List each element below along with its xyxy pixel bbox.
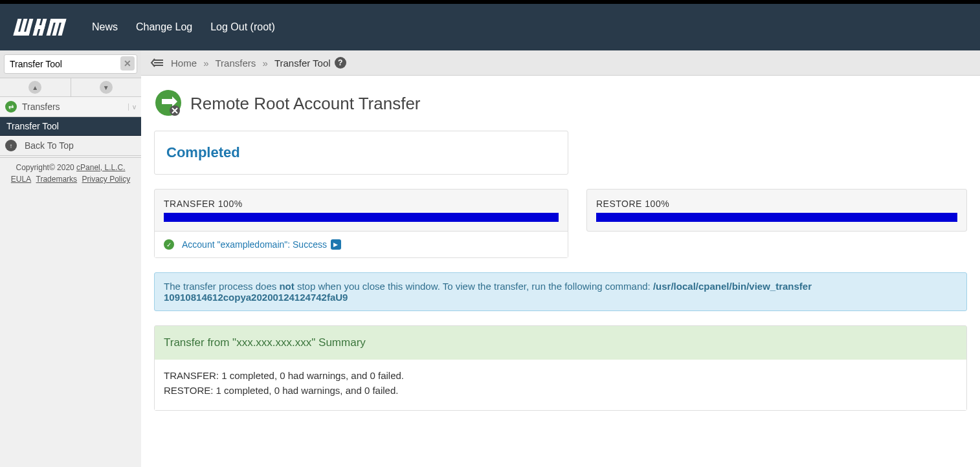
breadcrumb-transfers[interactable]: Transfers: [215, 58, 256, 69]
breadcrumb-bar: Home » Transfers » Transfer Tool ?: [141, 50, 980, 76]
restore-progress-panel: RESTORE 100%: [586, 189, 967, 232]
svg-rect-10: [50, 19, 67, 23]
status-panel: Completed: [154, 131, 568, 175]
back-to-top-label: Back To Top: [25, 140, 74, 151]
nav-news[interactable]: News: [92, 21, 118, 33]
header: News Change Log Log Out (root): [0, 4, 980, 50]
whm-logo[interactable]: [12, 17, 76, 37]
trademarks-link[interactable]: Trademarks: [36, 175, 78, 184]
breadcrumb-current: Transfer Tool: [274, 58, 331, 69]
breadcrumb-home[interactable]: Home: [171, 58, 197, 69]
transfer-result-link[interactable]: Account "exampledomain": Success: [182, 239, 327, 250]
transfers-section-icon: ⇄: [5, 101, 17, 113]
info-alert: The transfer process does not stop when …: [154, 272, 967, 311]
clear-search-icon[interactable]: ✕: [120, 56, 135, 71]
sidebar-section-transfers[interactable]: ⇄ Transfers v: [0, 97, 141, 117]
svg-rect-6: [34, 25, 45, 29]
transfer-page-icon: [154, 89, 183, 119]
collapse-down-button[interactable]: ▼: [71, 78, 142, 96]
eula-link[interactable]: EULA: [11, 175, 31, 184]
collapse-up-button[interactable]: ▲: [0, 78, 71, 96]
svg-rect-3: [13, 32, 30, 36]
restore-progress-label: RESTORE 100%: [596, 199, 669, 209]
transfer-progress-label: TRANSFER 100%: [164, 199, 243, 209]
help-icon[interactable]: ?: [335, 57, 346, 69]
summary-restore-line: RESTORE: 1 completed, 0 had warnings, an…: [164, 385, 957, 396]
cpanel-link[interactable]: cPanel, L.L.C.: [76, 163, 125, 172]
success-check-icon: ✓: [164, 239, 174, 250]
copyright: Copyright© 2020 cPanel, L.L.C.: [0, 157, 141, 175]
sidebar-toggle-icon[interactable]: [150, 58, 163, 68]
page-title: Remote Root Account Transfer: [190, 94, 421, 114]
transfer-progress-bar: [164, 213, 559, 222]
transfer-progress-panel: TRANSFER 100% ✓ Account "exampledomain":…: [154, 189, 568, 258]
privacy-link[interactable]: Privacy Policy: [82, 175, 130, 184]
sidebar: ✕ ▲ ▼ ⇄ Transfers v Transfer Tool ↑ Back…: [0, 50, 141, 467]
arrow-up-icon: ↑: [5, 140, 17, 151]
nav-changelog[interactable]: Change Log: [136, 21, 192, 33]
status-label: Completed: [166, 144, 556, 161]
summary-panel: Transfer from "xxx.xxx.xxx.xxx" Summary …: [154, 325, 967, 411]
restore-progress-bar: [596, 213, 957, 222]
top-nav: News Change Log Log Out (root): [92, 21, 275, 33]
sidebar-item-transfer-tool[interactable]: Transfer Tool: [0, 117, 141, 136]
play-icon[interactable]: ▶: [331, 239, 341, 250]
sidebar-section-label: Transfers: [22, 102, 128, 112]
search-input[interactable]: [4, 54, 137, 74]
summary-transfer-line: TRANSFER: 1 completed, 0 had warnings, a…: [164, 370, 957, 381]
chevron-down-icon: v: [128, 103, 136, 111]
summary-title: Transfer from "xxx.xxx.xxx.xxx" Summary: [155, 326, 966, 360]
nav-logout[interactable]: Log Out (root): [210, 21, 275, 33]
back-to-top-button[interactable]: ↑ Back To Top: [0, 136, 141, 156]
